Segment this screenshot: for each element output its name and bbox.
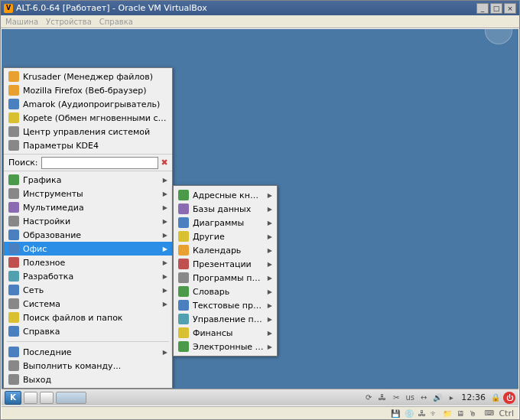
category-item-10[interactable]: Поиск файлов и папок bbox=[4, 311, 172, 324]
chevron-right-icon: ▶ bbox=[268, 316, 272, 323]
vbox-display-icon[interactable]: 🖥 bbox=[457, 409, 464, 418]
submenu-item-5[interactable]: Презентации▶ bbox=[174, 257, 277, 271]
favorite-item-4-icon bbox=[8, 126, 19, 137]
vbox-cd-icon[interactable]: 💿 bbox=[405, 409, 414, 418]
bottom-section: Последние▶Выполнить команду...Выход bbox=[4, 343, 172, 388]
category-item-6[interactable]: Полезное▶ bbox=[4, 256, 172, 269]
chevron-right-icon: ▶ bbox=[163, 349, 167, 356]
submenu-item-11[interactable]: Электронные таблицы▶ bbox=[174, 340, 277, 353]
bottom-item-1-label: Выполнить команду... bbox=[23, 361, 167, 371]
guest-desktop[interactable]: Krusader (Менеджер файлов)Mozilla Firefo… bbox=[2, 29, 518, 405]
chevron-right-icon: ▶ bbox=[268, 261, 272, 268]
vbox-menu-devices[interactable]: Устройства bbox=[46, 18, 92, 26]
clear-search-icon[interactable]: ✖ bbox=[161, 158, 168, 168]
taskbar-clock[interactable]: 12:36 bbox=[459, 392, 488, 402]
tray-expand-icon[interactable]: ▸ bbox=[446, 392, 457, 403]
vbox-hd-icon[interactable]: 💾 bbox=[391, 409, 400, 418]
vbox-menu-machine[interactable]: Машина bbox=[5, 18, 38, 26]
submenu-item-5-icon bbox=[178, 259, 189, 269]
vbox-menu-help[interactable]: Справка bbox=[99, 18, 133, 26]
kde-start-button[interactable]: K bbox=[5, 391, 21, 405]
submenu-item-0[interactable]: Адресные книги▶ bbox=[174, 188, 277, 202]
submenu-item-7[interactable]: Словарь▶ bbox=[174, 285, 277, 298]
favorite-item-2[interactable]: Amarok (Аудиопроигрыватель) bbox=[4, 97, 172, 111]
vbox-maximize-button[interactable]: □ bbox=[490, 3, 502, 14]
task-button[interactable] bbox=[56, 392, 86, 404]
bottom-item-2[interactable]: Выход bbox=[4, 373, 172, 386]
submenu-item-3[interactable]: Другие▶ bbox=[174, 230, 277, 243]
vbox-hostkey-label: Ctrl bbox=[499, 409, 514, 418]
tray-clipboard-icon[interactable]: ✂ bbox=[391, 392, 401, 403]
category-item-1[interactable]: Инструменты▶ bbox=[4, 187, 172, 200]
category-item-9[interactable]: Система▶ bbox=[4, 297, 172, 311]
submenu-item-11-label: Электронные таблицы bbox=[193, 342, 264, 352]
favorite-item-1-label: Mozilla Firefox (Веб-браузер) bbox=[23, 86, 167, 96]
vbox-minimize-button[interactable]: _ bbox=[476, 3, 489, 14]
favorite-item-1[interactable]: Mozilla Firefox (Веб-браузер) bbox=[4, 83, 172, 97]
bottom-item-0[interactable]: Последние▶ bbox=[4, 345, 172, 359]
category-item-7[interactable]: Разработка▶ bbox=[4, 269, 172, 283]
category-item-2-icon bbox=[8, 202, 19, 213]
submenu-item-4-icon bbox=[178, 245, 189, 256]
lock-icon[interactable]: 🔒 bbox=[490, 392, 501, 403]
power-button[interactable]: ⏻ bbox=[503, 392, 515, 404]
category-item-8[interactable]: Сеть▶ bbox=[4, 283, 172, 297]
favorite-item-0[interactable]: Krusader (Менеджер файлов) bbox=[4, 70, 172, 83]
quick-launch-1[interactable] bbox=[24, 392, 37, 404]
category-item-6-label: Полезное bbox=[23, 258, 159, 268]
vbox-hostkey-icon[interactable]: ⌨ bbox=[484, 409, 494, 417]
category-item-5[interactable]: Офис▶ bbox=[4, 242, 172, 256]
chevron-right-icon: ▶ bbox=[163, 301, 167, 308]
vbox-usb-icon[interactable]: ᯤ bbox=[431, 409, 438, 418]
office-submenu: Адресные книги▶Базы данных▶Диаграммы▶Дру… bbox=[173, 185, 278, 357]
category-item-3[interactable]: Настройки▶ bbox=[4, 214, 172, 228]
category-item-4[interactable]: Образование▶ bbox=[4, 228, 172, 242]
tray-lang-icon[interactable]: us bbox=[405, 392, 415, 403]
submenu-item-7-icon bbox=[178, 286, 189, 297]
category-item-7-label: Разработка bbox=[23, 272, 159, 282]
chevron-right-icon: ▶ bbox=[268, 233, 272, 240]
favorite-item-4[interactable]: Центр управления системой bbox=[4, 125, 172, 138]
submenu-item-9-icon bbox=[178, 314, 189, 324]
vbox-net-icon[interactable]: 🖧 bbox=[418, 409, 426, 418]
tray-sound-icon[interactable]: 🔊 bbox=[432, 392, 443, 403]
submenu-item-2[interactable]: Диаграммы▶ bbox=[174, 216, 277, 230]
separator bbox=[7, 341, 169, 342]
submenu-item-4-label: Календарь bbox=[193, 246, 264, 256]
chevron-right-icon: ▶ bbox=[163, 218, 167, 225]
vbox-title-text: ALT-6.0-64 [Работает] - Oracle VM Virtua… bbox=[16, 3, 476, 13]
tray-device-icon[interactable]: 🖧 bbox=[377, 392, 388, 403]
bottom-item-1[interactable]: Выполнить команду... bbox=[4, 359, 172, 373]
kde-taskbar: K ⟳ 🖧 ✂ us ↔ 🔊 ▸ 12:36 🔒 ⏻ bbox=[2, 389, 518, 405]
submenu-item-8[interactable]: Текстовые процессоры▶ bbox=[174, 298, 277, 312]
tray-network-icon[interactable]: ↔ bbox=[418, 392, 429, 403]
system-tray: ⟳ 🖧 ✂ us ↔ 🔊 ▸ bbox=[363, 392, 457, 403]
category-item-11[interactable]: Справка bbox=[4, 324, 172, 338]
chevron-right-icon: ▶ bbox=[163, 273, 167, 280]
chevron-right-icon: ▶ bbox=[268, 288, 272, 295]
vbox-shared-icon[interactable]: 📁 bbox=[443, 409, 452, 418]
category-item-2[interactable]: Мультимедиа▶ bbox=[4, 200, 172, 214]
favorite-item-3[interactable]: Kopete (Обмен мгновенными сообщениями) bbox=[4, 111, 172, 125]
submenu-item-1[interactable]: Базы данных▶ bbox=[174, 202, 277, 216]
submenu-item-9[interactable]: Управление проектами▶ bbox=[174, 312, 277, 326]
chevron-right-icon: ▶ bbox=[163, 287, 167, 294]
search-input[interactable] bbox=[41, 157, 158, 169]
search-label: Поиск: bbox=[8, 158, 38, 168]
tray-updates-icon[interactable]: ⟳ bbox=[363, 392, 374, 403]
favorite-item-4-label: Центр управления системой bbox=[23, 127, 167, 137]
categories-section: Графика▶Инструменты▶Мультимедиа▶Настройк… bbox=[4, 171, 172, 340]
submenu-item-6[interactable]: Программы просмотра▶ bbox=[174, 271, 277, 285]
desktop-cashew-widget[interactable] bbox=[485, 29, 512, 44]
submenu-item-2-icon bbox=[178, 217, 189, 228]
vbox-close-button[interactable]: × bbox=[504, 3, 516, 14]
submenu-item-4[interactable]: Календарь▶ bbox=[174, 243, 277, 257]
chevron-right-icon: ▶ bbox=[268, 220, 272, 226]
category-item-1-icon bbox=[8, 188, 19, 199]
favorite-item-5[interactable]: Параметры KDE4 bbox=[4, 138, 172, 152]
quick-launch-2[interactable] bbox=[40, 392, 54, 404]
vbox-mouse-icon[interactable]: 🖱 bbox=[469, 409, 476, 418]
category-item-0[interactable]: Графика▶ bbox=[4, 173, 172, 187]
category-item-8-label: Сеть bbox=[23, 285, 159, 295]
submenu-item-10[interactable]: Финансы▶ bbox=[174, 326, 277, 340]
